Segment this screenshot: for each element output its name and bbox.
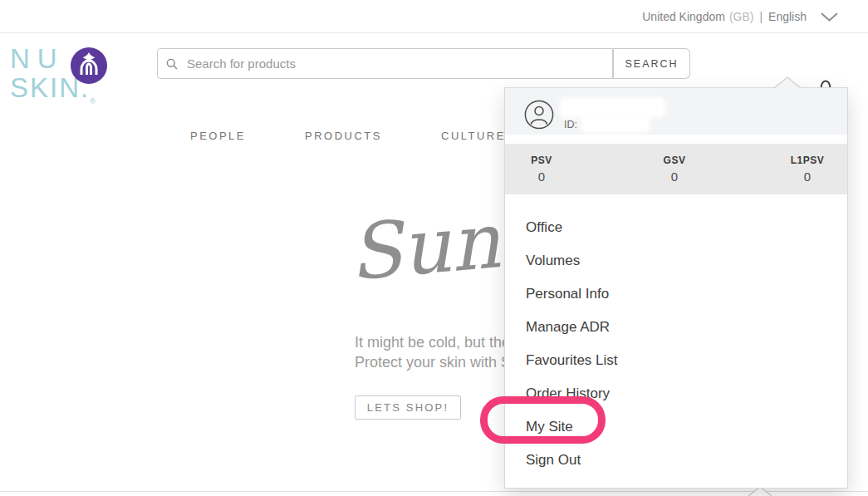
page: United Kingdom (GB) | English NU SKIN.®: [0, 0, 868, 496]
user-id-label: ID:: [564, 119, 577, 130]
locale-language: English: [768, 10, 807, 23]
section-divider: [0, 491, 868, 492]
nav-item-products[interactable]: PRODUCTS: [305, 130, 382, 142]
locale-divider: |: [759, 10, 763, 23]
dropdown-caret-icon: [773, 76, 802, 88]
search-input[interactable]: [185, 56, 604, 71]
stat-l1psv: L1PSV 0: [789, 155, 826, 194]
stat-gsv: GSV 0: [656, 155, 693, 194]
search-form: SEARCH: [157, 48, 690, 79]
chevron-down-icon: [821, 12, 838, 22]
stat-psv: PSV 0: [523, 155, 560, 194]
nav-item-people[interactable]: PEOPLE: [190, 130, 246, 142]
nav-item-culture[interactable]: CULTURE: [441, 130, 506, 142]
redacted-user-id: [583, 117, 648, 130]
stat-value: 0: [523, 169, 560, 184]
search-icon: [166, 58, 178, 70]
search-box: [157, 48, 613, 79]
stat-label: GSV: [656, 155, 693, 166]
menu-item-sign-out[interactable]: Sign Out: [505, 444, 847, 477]
locale-country: United Kingdom: [642, 10, 725, 23]
account-stats: PSV 0 GSV 0 L1PSV 0: [505, 144, 847, 194]
locale-bar: United Kingdom (GB) | English: [0, 0, 868, 33]
menu-item-personal-info[interactable]: Personal Info: [505, 277, 847, 311]
locale-selector[interactable]: United Kingdom (GB) | English: [642, 0, 838, 33]
stat-value: 0: [656, 169, 693, 184]
menu-item-my-site[interactable]: My Site: [505, 410, 847, 444]
nuskin-emblem-icon: [71, 47, 107, 84]
account-dropdown: ID: PSV 0 GSV 0 L1PSV 0 Office Volumes P…: [504, 87, 848, 489]
menu-item-favourites-list[interactable]: Favourites List: [505, 344, 847, 377]
menu-item-order-history[interactable]: Order History: [505, 377, 847, 410]
stat-label: PSV: [523, 155, 560, 166]
menu-item-manage-adr[interactable]: Manage ADR: [505, 311, 847, 344]
account-user-section: ID:: [505, 88, 847, 135]
search-button[interactable]: SEARCH: [613, 48, 690, 79]
menu-item-volumes[interactable]: Volumes: [505, 244, 847, 277]
stat-value: 0: [789, 169, 826, 184]
locale-country-code: (GB): [729, 10, 754, 23]
hero-description-line1: It might be cold, but the: [355, 332, 511, 352]
lets-shop-button[interactable]: LETS SHOP!: [355, 395, 461, 420]
avatar-icon: [524, 100, 554, 130]
stat-label: L1PSV: [789, 155, 826, 166]
logo-trademark: ®: [90, 97, 96, 106]
redacted-user-name: [562, 100, 663, 115]
hero-description: It might be cold, but the Protect your s…: [355, 332, 511, 372]
menu-item-office[interactable]: Office: [505, 211, 847, 244]
hero-description-line2: Protect your skin with S: [355, 352, 511, 372]
